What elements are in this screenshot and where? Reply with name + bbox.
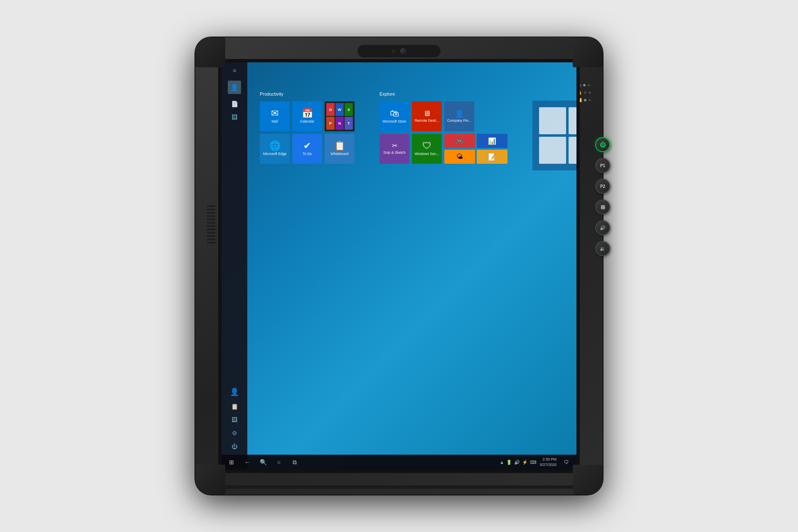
side-buttons: P1 P2 ⊞ 🔊 🔉 — [595, 137, 610, 256]
keyboard-icon: ⌨ — [530, 460, 537, 465]
speaker-hole-10 — [207, 235, 209, 237]
winsec-icon: 🛡 — [422, 141, 431, 150]
productivity-row-1: ✉ Mail 📅 Calendar O W X — [260, 101, 355, 131]
system-tray-icons: ▲ 🔋 🔊 ⚡ ⌨ — [500, 460, 537, 465]
todo-icon: ✔ — [303, 141, 311, 150]
tablet-device: Getac ⏻ 🔒 📶 P1 P2 ⊞ 🔊 🔉 — [195, 37, 603, 495]
power-led — [583, 84, 586, 86]
mail-icon: ✉ — [271, 109, 278, 118]
explore-label: Explore — [379, 91, 507, 96]
clock-date: 5/27/2020 — [540, 462, 557, 468]
speaker-grille — [207, 183, 216, 266]
powerpoint-cell: P — [326, 117, 335, 130]
power-led-2 — [588, 84, 590, 86]
speaker-hole-6 — [207, 222, 209, 224]
screen-bezel: ≡ 👤 📄 🖼 👤 📋 🖼 ⚙ ⏻ Productivity — [218, 59, 580, 473]
explore-row-1: 🛍 Microsoft Store 🖥 Remote Desk... 👤 Com… — [379, 101, 507, 131]
snip-tile[interactable]: ✂ Snip & Sketch — [379, 134, 409, 164]
company-tile[interactable]: 👤 Company Por... — [444, 101, 474, 131]
whiteboard-label: Whiteboard — [330, 152, 348, 156]
notification-button[interactable]: 🗨 — [560, 456, 573, 469]
productivity-group: Productivity ✉ Mail 📅 Calendar — [260, 91, 355, 438]
snip-label: Snip & Sketch — [383, 150, 405, 155]
rdp-tile[interactable]: 🖥 Remote Desk... — [412, 101, 442, 131]
system-clock[interactable]: 2:30 PM 5/27/2020 — [540, 457, 557, 467]
excel-cell: X — [345, 103, 353, 116]
todo-label: To Do — [303, 152, 312, 156]
corner-bumper-bl — [195, 465, 225, 495]
onenote-cell: N — [335, 117, 344, 130]
speaker-hole-2 — [207, 209, 209, 210]
speaker-hole-11 — [207, 239, 209, 240]
hamburger-menu-icon[interactable]: ≡ — [233, 67, 236, 74]
speaker-hole-3 — [207, 212, 209, 214]
images-icon[interactable]: 🖼 — [232, 114, 237, 121]
edge-icon: 🌐 — [269, 141, 281, 150]
speaker-hole-4 — [207, 215, 209, 217]
network-icon: ▲ — [500, 460, 504, 465]
picture-icon[interactable]: 🖼 — [232, 416, 237, 423]
outlook-cell: O — [326, 103, 335, 116]
todo-tile[interactable]: ✔ To Do — [292, 134, 322, 164]
microphone-dot — [392, 49, 395, 53]
edge-label: Microsoft Edge — [263, 152, 287, 156]
tile-c[interactable]: 🌤 — [444, 150, 475, 164]
settings-icon[interactable]: ⚙ — [232, 430, 237, 436]
mail-label: Mail — [271, 119, 278, 123]
calendar-label: Calendar — [300, 119, 315, 123]
camera-lens — [400, 48, 406, 54]
store-label: Microsoft Store — [382, 119, 406, 123]
volume-down-button[interactable]: 🔉 — [595, 241, 610, 256]
battery-led-2 — [589, 91, 591, 94]
windows-button[interactable]: ⊞ — [595, 200, 610, 214]
search-button[interactable]: 🔍 — [256, 456, 270, 469]
speaker-hole-12 — [207, 242, 209, 244]
tablet-bottom-foot — [218, 485, 580, 489]
whiteboard-tile[interactable]: 📋 Whiteboard — [325, 134, 355, 164]
speaker-hole-5 — [207, 219, 209, 220]
explore-row-2: ✂ Snip & Sketch 🛡 Windows Sec... 🎮 📊 🌤 — [379, 134, 507, 164]
p2-button[interactable]: P2 — [595, 179, 610, 194]
mail-tile[interactable]: ✉ Mail — [260, 101, 290, 131]
edge-tile[interactable]: 🌐 Microsoft Edge — [260, 134, 290, 164]
taskbar: ⊞ ← 🔍 ○ ⧉ ▲ 🔋 🔊 ⚡ ⌨ 2:30 PM 5/ — [222, 455, 576, 470]
store-tile[interactable]: 🛍 Microsoft Store — [379, 101, 409, 131]
user-avatar-icon[interactable]: 👤 — [230, 387, 239, 397]
start-menu-sidebar: ≡ 👤 📄 🖼 👤 📋 🖼 ⚙ ⏻ — [222, 62, 247, 470]
wifi-led-2 — [589, 99, 591, 101]
clock-time: 2:30 PM — [540, 457, 557, 462]
whiteboard-icon: 📋 — [334, 141, 345, 150]
cortana-button[interactable]: ○ — [272, 456, 286, 469]
company-icon: 👤 — [455, 110, 464, 117]
sticky-notes-tile[interactable]: 📝 — [477, 150, 507, 164]
power-sidebar-icon[interactable]: ⏻ — [232, 443, 237, 450]
snip-icon: ✂ — [392, 143, 397, 149]
p1-button[interactable]: P1 — [595, 158, 610, 173]
office-tile[interactable]: O W X P N T — [325, 101, 355, 131]
rdp-label: Remote Desk... — [415, 118, 439, 123]
windows-logo-tile — [532, 101, 576, 170]
volume-tray-icon: 🔊 — [514, 460, 520, 465]
new-document-icon[interactable]: 📋 — [231, 403, 238, 410]
task-view-button[interactable]: ⧉ — [288, 456, 301, 469]
power-button[interactable] — [595, 137, 610, 152]
document-icon[interactable]: 📄 — [231, 101, 238, 107]
win-quad-4 — [569, 137, 576, 164]
corner-bumper-tl — [195, 37, 225, 67]
speaker-hole-7 — [207, 225, 209, 227]
winsec-tile[interactable]: 🛡 Windows Sec... — [412, 134, 442, 164]
tile-b[interactable]: 📊 — [477, 134, 507, 148]
tile-a[interactable]: 🎮 — [444, 134, 475, 148]
corner-bumper-tr — [573, 37, 603, 67]
wifi-led — [584, 99, 586, 101]
calendar-tile[interactable]: 📅 Calendar — [292, 101, 322, 131]
volume-up-button[interactable]: 🔊 — [595, 220, 610, 235]
multi-tile-area: 🎮 📊 🌤 📝 — [444, 134, 507, 164]
company-label: Company Por... — [447, 118, 472, 123]
back-button[interactable]: ← — [241, 456, 254, 469]
start-button[interactable]: ⊞ — [225, 456, 238, 469]
camera-bar — [357, 45, 441, 57]
productivity-row-2: 🌐 Microsoft Edge ✔ To Do 📋 Whiteboard — [260, 134, 355, 164]
user-photo-tile: 👤 — [228, 81, 241, 94]
store-icon: 🛍 — [390, 109, 399, 118]
